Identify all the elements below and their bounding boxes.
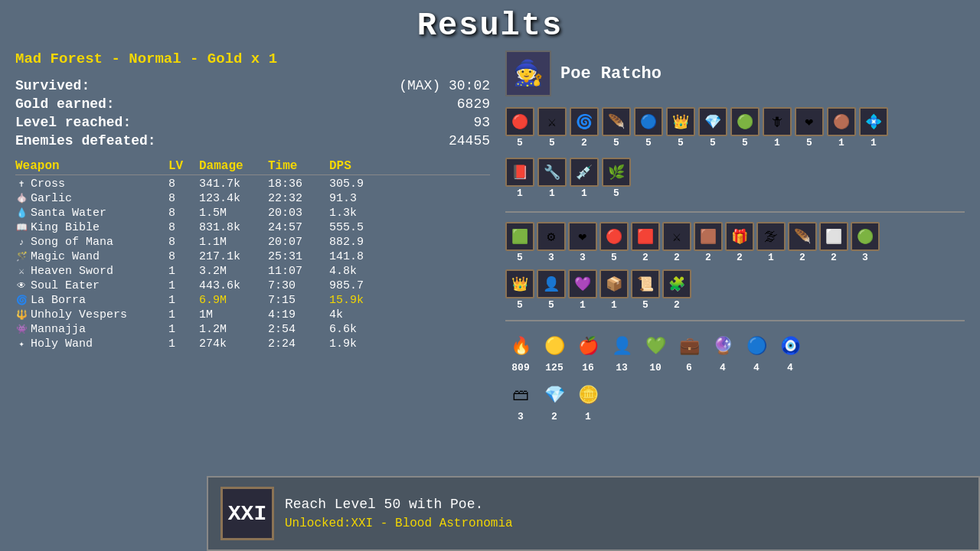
item-icon: 🧩 (662, 269, 691, 298)
item-icon: 🗡 (763, 107, 792, 136)
item-cell: ⚔ 2 (662, 222, 691, 263)
item-icon: 🎁 (725, 222, 754, 251)
header-damage: Damage (199, 159, 268, 173)
table-row: ✦ Holy Wand 1 274k 2:24 1.9k (15, 337, 490, 351)
divider (505, 211, 965, 213)
item-cell: 🌀 2 (570, 107, 599, 148)
pickup-cell: 🗃 3 (505, 380, 536, 422)
item-icon: 🌿 (602, 158, 631, 187)
item-count: 5 (742, 137, 748, 148)
item-cell: 🟢 5 (730, 107, 760, 148)
notif-main: Reach Level 50 with Poe. (285, 497, 513, 512)
weapon-lv: 8 (168, 236, 199, 249)
item-count: 5 (645, 137, 652, 148)
gold-value: 6829 (457, 96, 490, 112)
item-count: 1 (581, 187, 587, 199)
table-row: 🧄 Garlic 8 123.4k 22:32 91.3 (15, 191, 490, 206)
weapon-name: ⚔ Heaven Sword (15, 265, 168, 278)
weapon-time: 25:31 (268, 250, 329, 263)
item-icon: ⚙ (537, 222, 566, 251)
item-cell: ⚔ 5 (537, 107, 567, 148)
weapons-rows: ✝ Cross 8 341.7k 18:36 305.9 🧄 Garlic 8 … (15, 177, 490, 351)
item-icon: ⬜ (819, 222, 848, 251)
weapon-dps: 141.8 (329, 250, 390, 263)
item-count: 1 (871, 137, 877, 148)
survived-label: Survived: (15, 78, 90, 93)
item-cell: 📕 1 (505, 158, 534, 199)
weapon-time: 18:36 (268, 178, 329, 191)
pickup-icon: 🧿 (775, 331, 805, 361)
weapon-time: 2:24 (268, 337, 329, 350)
item-icon: 💉 (570, 158, 599, 187)
item-count: 1 (774, 137, 780, 148)
item-icon: ❤ (795, 107, 824, 136)
weapon-icon: ♪ (15, 236, 28, 249)
item-count: 3 (580, 252, 586, 263)
header-weapon: Weapon (15, 159, 168, 173)
weapon-dps: 1.9k (329, 337, 390, 350)
weapon-icon: 🧄 (15, 193, 28, 205)
weapons-header: Weapon LV Damage Time DPS (15, 159, 490, 175)
weapon-dps: 1.3k (329, 207, 390, 220)
weapon-dps: 305.9 (329, 178, 390, 191)
weapon-time: 7:15 (268, 294, 329, 307)
item-count: 3 (862, 252, 868, 263)
item-count: 2 (581, 137, 587, 148)
pickup-cell: 🔮 4 (707, 331, 738, 373)
weapon-time: 20:03 (268, 207, 329, 220)
item-count: 1 (838, 137, 844, 148)
item-icon: 🟥 (631, 222, 660, 251)
weapon-icon: 👁 (15, 280, 28, 292)
weapon-icon: ✦ (15, 338, 28, 350)
weapon-name: 🌀 La Borra (15, 294, 168, 307)
item-icon: 💎 (698, 107, 727, 136)
item-cell: 💜 1 (568, 269, 597, 311)
pickup-cell: 👤 13 (606, 331, 637, 373)
pickup-count: 4 (787, 362, 793, 373)
extra-passive-row: 👑 5 👤 5 💜 1 📦 1 📜 5 🧩 2 (505, 269, 965, 311)
item-cell: 💠 1 (859, 107, 888, 148)
item-cell: 🪶 5 (602, 107, 631, 148)
item-icon: 👑 (505, 269, 534, 298)
item-cell: 🧩 2 (662, 269, 691, 311)
weapon-lv: 8 (168, 192, 199, 205)
weapon-lv: 1 (168, 279, 199, 292)
left-panel: Mad Forest - Normal - Gold x 1 Survived:… (15, 51, 490, 543)
weapon-damage: 341.7k (199, 178, 268, 191)
item-count: 1 (517, 187, 523, 199)
divider2 (505, 320, 965, 321)
pickup-icon: 🔥 (505, 331, 536, 361)
pickup-items-row: 🔥 809 🟡 125 🍎 16 👤 13 💚 10 💼 6 🔮 4 🔵 4 🧿… (505, 331, 965, 373)
pickup-icon: 👤 (606, 331, 637, 361)
item-cell: 🎁 2 (725, 222, 754, 263)
weapon-icon: ✝ (15, 178, 28, 191)
right-panel: 🧙 Poe Ratcho 🔴 5 ⚔ 5 🌀 2 🪶 5 🔵 5 👑 5 💎 5… (505, 51, 965, 543)
weapon-damage: 217.1k (199, 250, 268, 263)
stats-section: Survived: (MAX) 30:02 Gold earned: 6829 … (15, 78, 490, 148)
item-cell: 📜 5 (631, 269, 660, 311)
item-cell: 🗡 1 (763, 107, 792, 148)
table-row: 🪄 Magic Wand 8 217.1k 25:31 141.8 (15, 249, 490, 264)
item-cell: 🌿 5 (602, 158, 631, 199)
weapon-dps: 91.3 (329, 192, 390, 205)
pickup-icon: 💼 (674, 331, 704, 361)
pickup-cell: 🧿 4 (775, 331, 805, 373)
weapon-name: 👁 Soul Eater (15, 279, 168, 292)
pickup-icon: 🪙 (573, 380, 603, 410)
item-cell: 🟢 3 (851, 222, 880, 263)
weapon-icon: ⚔ (15, 266, 28, 278)
item-count: 2 (737, 252, 743, 263)
weapon-damage: 1.2M (199, 323, 268, 336)
pickup-count: 2 (551, 411, 557, 422)
enemies-label: Enemies defeated: (15, 133, 156, 148)
weapon-icon: 🌀 (15, 295, 28, 307)
item-icon: 🔴 (505, 107, 534, 136)
item-count: 5 (613, 187, 619, 199)
weapon-icon: 👾 (15, 324, 28, 336)
item-icon: 🌫 (756, 222, 786, 251)
character-icon: 🧙 (505, 51, 551, 96)
weapon-dps: 4k (329, 308, 390, 321)
weapon-time: 22:32 (268, 192, 329, 205)
pickup-icon: 💚 (640, 331, 671, 361)
item-count: 2 (831, 252, 837, 263)
